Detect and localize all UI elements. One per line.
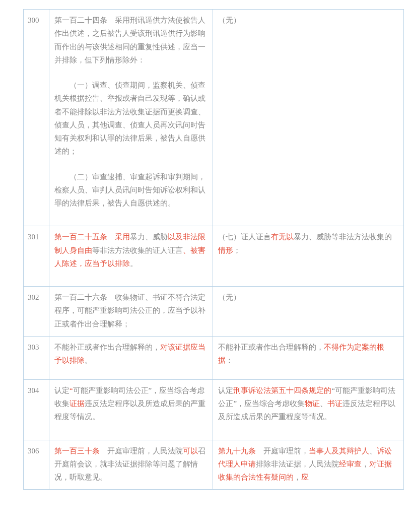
text-run: 有无以 xyxy=(271,233,294,241)
left-cell: 第一百二十六条 收集物证、书证不符合法定程序，可能严重影响司法公正的，应当予以补… xyxy=(49,287,213,337)
text-run: 证据 xyxy=(70,400,85,408)
text-run: （七） xyxy=(218,233,241,241)
left-cell: 第一百三十条 开庭审理前，人民法院可以召开庭前会议，就非法证据排除等问题了解情况… xyxy=(49,440,213,490)
left-cell: 第一百二十五条 采用暴力、威胁以及非法限制人身自由等非法方法收集的证人证言、被害… xyxy=(49,226,213,287)
table-row: 306第一百三十条 开庭审理前，人民法院可以召开庭前会议，就非法证据排除等问题了… xyxy=(24,440,404,490)
row-number: 302 xyxy=(24,287,49,337)
right-cell: （无） xyxy=(213,10,404,226)
text-run: （无） xyxy=(218,16,241,24)
text-run: 。 xyxy=(85,356,92,364)
text-run: 第一百二十四条 采用刑讯逼供方法使被告人作出供述，之后被告人受该刑讯逼供行为影响… xyxy=(54,16,206,64)
table-row: 300第一百二十四条 采用刑讯逼供方法使被告人作出供述，之后被告人受该刑讯逼供行… xyxy=(24,10,404,226)
text-run: 暴力、威胁 xyxy=(130,233,168,241)
row-number: 300 xyxy=(24,10,49,226)
row-number: 301 xyxy=(24,226,49,287)
text-run: 情形 xyxy=(218,246,233,254)
right-cell: 第九十九条 开庭审理前，当事人及其辩护人、诉讼代理人申请排除非法证据，人民法院经… xyxy=(213,440,404,490)
text-run: 可以 xyxy=(183,447,198,455)
text-run: 当事人及其辩护人 xyxy=(309,447,369,455)
text-run: （无） xyxy=(218,293,241,301)
text-run: ， xyxy=(362,460,369,468)
right-cell: （无） xyxy=(213,287,404,337)
text-run: 书证 xyxy=(327,400,342,408)
text-run: 等非法方法收集的证人证言 xyxy=(92,246,183,254)
text-run: 不能补正或者作出合理解释的， xyxy=(54,343,160,351)
text-run: （二）审查逮捕、审查起诉和审判期间，检察人员、审判人员讯问时告知诉讼权利和认罪的… xyxy=(54,173,206,208)
text-run: 证人证言 xyxy=(241,233,271,241)
text-run: 第一百三十条 xyxy=(54,447,100,455)
left-cell: 认定“可能严重影响司法公正”，应当综合考虑收集证据违反法定程序以及所造成后果的严… xyxy=(49,379,213,440)
text-run: ： xyxy=(226,356,233,364)
right-cell: 不能补正或者作出合理解释的，不得作为定案的根据： xyxy=(213,336,404,379)
text-run: 刑事诉讼法第五十四条规定的 xyxy=(233,386,331,394)
row-number: 304 xyxy=(24,379,49,440)
row-number: 303 xyxy=(24,336,49,379)
text-run: 、 xyxy=(320,400,327,408)
right-cell: 认定刑事诉讼法第五十四条规定的“可能严重影响司法公正”，应当综合考虑收集物证、书… xyxy=(213,379,404,440)
text-run: 第一百二十五条 采用 xyxy=(54,233,130,241)
text-run: 排除非法证据，人民法院 xyxy=(256,460,339,468)
text-run: 第九十九条 xyxy=(218,447,256,455)
table-row: 301第一百二十五条 采用暴力、威胁以及非法限制人身自由等非法方法收集的证人证言… xyxy=(24,226,404,287)
left-cell: 第一百二十四条 采用刑讯逼供方法使被告人作出供述，之后被告人受该刑讯逼供行为影响… xyxy=(49,10,213,226)
table-row: 303不能补正或者作出合理解释的，对该证据应当予以排除。不能补正或者作出合理解释… xyxy=(24,336,404,379)
text-run: 应 xyxy=(301,473,309,481)
text-run: 物证 xyxy=(305,400,320,408)
text-run: ， xyxy=(294,473,301,481)
text-run: 经审查 xyxy=(339,460,362,468)
right-cell: （七）证人证言有无以暴力、威胁等非法方法收集的情形； xyxy=(213,226,404,287)
text-run: 、 xyxy=(369,447,377,455)
text-run: “ xyxy=(70,386,73,394)
comparison-table: 300第一百二十四条 采用刑讯逼供方法使被告人作出供述，之后被告人受该刑讯逼供行… xyxy=(23,9,404,490)
text-run: 第一百二十六条 收集物证、书证不符合法定程序，可能严重影响司法公正的，应当予以补… xyxy=(54,293,206,328)
left-cell: 不能补正或者作出合理解释的，对该证据应当予以排除。 xyxy=(49,336,213,379)
text-run: （一）调查、侦查期间，监察机关、侦查机关根据控告、举报或者自己发现等，确认或者不… xyxy=(54,81,206,155)
text-run: 不能补正或者作出合理解释的， xyxy=(218,343,324,351)
text-run: 开庭审理前， xyxy=(256,447,309,455)
text-run: 认定 xyxy=(54,386,70,394)
text-run: 开庭审理前，人民法院 xyxy=(100,447,183,455)
row-number: 306 xyxy=(24,440,49,490)
table-row: 302第一百二十六条 收集物证、书证不符合法定程序，可能严重影响司法公正的，应当… xyxy=(24,287,404,337)
text-run: 认定 xyxy=(218,386,233,394)
text-run: 。 xyxy=(130,259,138,268)
table-row: 304认定“可能严重影响司法公正”，应当综合考虑收集证据违反法定程序以及所造成后… xyxy=(24,379,404,440)
text-run: ； xyxy=(233,246,241,254)
text-run: 暴力、威胁等非法方法收集的 xyxy=(294,233,392,241)
